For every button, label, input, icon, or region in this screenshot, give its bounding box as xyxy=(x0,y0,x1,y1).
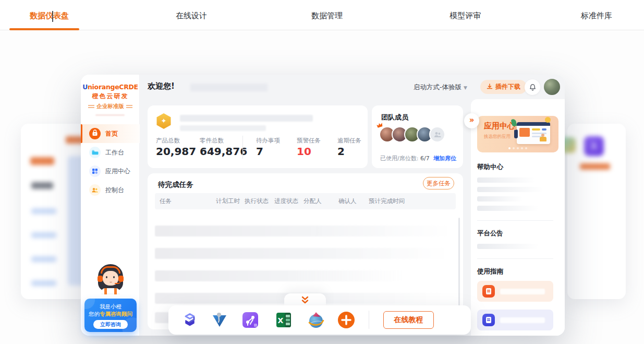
collapse-panel-button[interactable]: » xyxy=(464,113,479,128)
stats-blurred-line-2 xyxy=(180,125,266,131)
assistant-card: 我是小橙 您的专属咨询顾问 立即咨询 xyxy=(84,299,137,332)
col-assignee: 分配人 xyxy=(303,193,322,209)
add-seat-link[interactable]: 增加席位 xyxy=(433,155,456,162)
person-pair-icon xyxy=(433,131,442,138)
stat-value: 649,876 xyxy=(200,145,247,158)
app-center-banner[interactable]: 应用中心 挑选您的应用 xyxy=(477,116,558,152)
assistant-line1: 我是小橙 xyxy=(84,303,137,310)
app-center-title: 应用中心 xyxy=(484,121,515,131)
online-tutorial-button[interactable]: 在线教程 xyxy=(383,311,434,329)
dock-divider xyxy=(369,311,369,329)
assistant-line2: 您的专属咨询顾问 xyxy=(84,310,137,317)
double-chevron-down-icon xyxy=(300,296,310,304)
brand-subtitle: 橙色云研发 xyxy=(81,92,140,101)
home-icon xyxy=(89,128,101,139)
sidebar: UniorangeCRDE 橙色云研发 企业标准版 首页 工作台 xyxy=(81,75,140,336)
tab-data-dashboard[interactable]: 数据仪表盘 xyxy=(30,11,69,21)
col-eta: 预计完成时间 xyxy=(369,193,405,209)
task-row-blurred xyxy=(155,248,445,259)
sidebar-item-home[interactable]: 首页 xyxy=(81,124,140,143)
welcome-title: 欢迎您! xyxy=(148,81,175,91)
folder-icon xyxy=(89,147,101,158)
stat-value: 2 xyxy=(337,145,345,158)
text-cursor xyxy=(52,11,53,22)
tab-data-management[interactable]: 数据管理 xyxy=(311,11,343,21)
plugin-download-button[interactable]: 插件下载 xyxy=(480,80,527,94)
badge-underline xyxy=(95,114,125,116)
consult-now-button[interactable]: 立即咨询 xyxy=(93,320,128,329)
document-icon xyxy=(482,285,495,298)
guide-item-2[interactable] xyxy=(477,310,553,330)
help-item-blurred xyxy=(477,177,536,183)
sidebar-item-console[interactable]: 控制台 xyxy=(81,181,140,199)
app-dock: X 在线教程 xyxy=(168,305,471,335)
sidebar-item-label: 首页 xyxy=(105,129,118,138)
panel-divider xyxy=(477,220,553,221)
background-card-left-content xyxy=(21,124,88,299)
guide-text-blurred xyxy=(500,289,545,294)
launch-mode-dropdown[interactable]: 启动方式-体验版▼ xyxy=(414,83,467,92)
panel-divider xyxy=(477,258,553,259)
assistant-avatar xyxy=(97,264,124,294)
top-navigation: 数据仪表盘 在线设计 数据管理 模型评审 标准件库 xyxy=(0,0,644,30)
grid-icon xyxy=(89,165,101,177)
sidebar-item-workbench[interactable]: 工作台 xyxy=(81,143,140,162)
tasks-scrollbar[interactable] xyxy=(458,218,460,309)
brand-logo-mark: U xyxy=(82,83,88,91)
tab-standard-parts[interactable]: 标准件库 xyxy=(581,11,612,21)
bell-icon xyxy=(529,84,537,91)
background-card-right: λ xyxy=(567,124,626,299)
background-card-right-content: λ xyxy=(567,124,626,299)
team-title: 团队成员 xyxy=(381,113,408,122)
sidebar-menu: 首页 工作台 应用中心 xyxy=(81,124,140,199)
team-avatars xyxy=(379,126,445,143)
sidebar-item-app-center[interactable]: 应用中心 xyxy=(81,162,140,181)
document-icon xyxy=(482,314,495,326)
badge-deco-left xyxy=(88,105,94,108)
app-center-subtitle: 挑选您的应用 xyxy=(484,134,511,140)
stat-value: 7 xyxy=(256,145,263,158)
user-avatar[interactable] xyxy=(544,79,560,95)
sidebar-item-label: 工作台 xyxy=(105,148,124,157)
person-illustration xyxy=(514,129,518,138)
stat-label: 零件总数 xyxy=(200,137,224,145)
dock-icon-cube-app[interactable] xyxy=(181,311,199,329)
badge-hexagon-icon: ✦ xyxy=(156,113,172,129)
col-confirmer: 确认人 xyxy=(338,193,357,209)
help-item-blurred xyxy=(477,187,544,192)
stat-value-alert: 10 xyxy=(297,145,311,158)
carousel-dots[interactable] xyxy=(477,147,558,149)
seats-usage: 已使用/席位数: 6/7 xyxy=(380,155,430,162)
guide-item-1[interactable] xyxy=(477,281,553,302)
announcement-blurred xyxy=(477,244,539,249)
task-row-blurred xyxy=(155,226,448,236)
dock-icon-shield-app[interactable] xyxy=(211,311,228,329)
guide-text-blurred xyxy=(500,317,545,323)
team-card: 团队成员 已使用/席位数: 6/7 增加席位 xyxy=(372,105,463,168)
stats-card: ✦ 产品总数 20,987 零件总数 649,876 待办事项 7 预警任务 1… xyxy=(148,105,368,168)
guide-title: 使用指南 xyxy=(477,267,503,276)
tab-model-review[interactable]: 模型评审 xyxy=(449,11,481,21)
right-panel: 应用中心 挑选您的应用 帮助中心 xyxy=(471,99,565,336)
dock-icon-excel-app[interactable]: X xyxy=(275,311,293,329)
notification-bell-button[interactable] xyxy=(525,79,540,95)
username-blurred xyxy=(190,84,268,91)
background-card-left xyxy=(21,124,88,299)
dock-icon-add-app[interactable] xyxy=(337,311,355,329)
stat-value: 20,987 xyxy=(156,145,196,158)
member-placeholder-avatar[interactable] xyxy=(429,126,445,143)
download-icon xyxy=(487,84,493,90)
person-head-illustration xyxy=(514,127,517,130)
task-row-blurred xyxy=(155,270,405,281)
col-progress: 进度状态 xyxy=(274,193,298,209)
tasks-table-header: 任务 计划工时 执行状态 进度状态 分配人 确认人 预计完成时间 xyxy=(155,193,456,209)
dock-icon-curve-app[interactable] xyxy=(241,311,259,329)
tab-online-design[interactable]: 在线设计 xyxy=(176,11,207,21)
person2-illustration xyxy=(540,137,546,141)
badge-deco-right xyxy=(126,105,132,108)
users-icon xyxy=(89,184,101,196)
person2-head-illustration xyxy=(541,134,544,137)
more-tasks-button[interactable]: 更多任务 xyxy=(423,177,454,189)
dock-icon-globe-app[interactable] xyxy=(307,311,325,329)
screenshot-stage: 数据仪表盘 在线设计 数据管理 模型评审 标准件库 λ xyxy=(0,0,644,344)
